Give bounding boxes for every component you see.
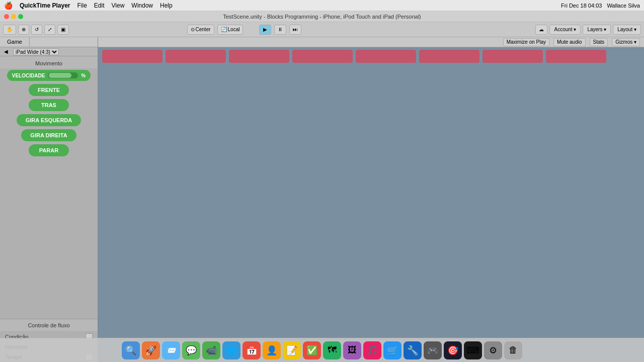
dock-icon-mail[interactable]: 📨 [162,341,180,359]
dock-icon-notes[interactable]: 📝 [283,341,301,359]
dock-icon-xcode[interactable]: 🔧 [404,341,422,359]
rect-tool[interactable]: ▣ [57,25,69,35]
tras-row: TRAS [0,98,98,113]
dock-icon-finder[interactable]: 🔍 [122,341,140,359]
gira-direita-block[interactable]: GIRA DIREITA [21,129,76,141]
dock-icon-steam[interactable]: 🎯 [444,341,462,359]
dock-icon-appstore[interactable]: 🛒 [383,341,401,359]
dock-icon-unity[interactable]: 🎮 [424,341,442,359]
play-button[interactable]: ▶ [259,25,271,35]
dock-icon-maps[interactable]: 🗺 [323,341,341,359]
game-tab-bar: Game [0,37,98,47]
frente-row: FRENTE [0,82,98,98]
display-selector[interactable]: iPad Wide (4:3) [13,48,59,55]
gira-esquerda-row: GIRA ESQUERDA [0,113,98,128]
close-button[interactable] [4,14,9,19]
rotate-tool[interactable]: ↺ [31,25,42,35]
frente-block[interactable]: FRENTE [29,84,69,96]
pink-btn-1[interactable] [102,50,163,63]
dock-icon-terminal[interactable]: ⌨ [464,341,482,359]
gira-esquerda-block[interactable]: GIRA ESQUERDA [17,114,82,126]
menu-edit[interactable]: Edit [94,2,105,9]
pink-btn-5[interactable] [356,50,416,63]
dock-icon-system-prefs[interactable]: ⚙ [484,341,502,359]
unity-toolbar: ✋ ⊕ ↺ ⤢ ▣ ⊙ Center 🔄 Local ▶ ⏸ ⏭ ☁ Accou… [0,22,644,37]
local-button[interactable]: 🔄 Local [217,25,244,35]
movement-section-label: Movimento [0,56,98,68]
viewport-tab-bar: Maximize on Play Mute audio Stats Gizmos… [98,37,644,47]
controle-label: Controle de fluxo [0,319,98,331]
menubar: 🍎 QuickTime Player File Edit View Window… [0,0,644,11]
scale-tool[interactable]: ⤢ [44,25,55,35]
move-tool[interactable]: ⊕ [18,25,29,35]
step-button[interactable]: ⏭ [289,25,301,35]
menubar-datetime: Fri Dec 18 04:03 [561,3,602,9]
apple-menu[interactable]: 🍎 [4,2,13,10]
main-viewport: Maximize on Play Mute audio Stats Gizmos… [98,37,644,362]
velocity-percent: % [81,73,86,78]
dock-icon-messages[interactable]: 💬 [182,341,200,359]
dock: 🔍 🚀 📨 💬 📹 🌐 📅 👤 📝 ✅ 🗺 🖼 🎵 🛒 🔧 🎮 🎯 ⌨ ⚙ 🗑 [0,338,644,362]
minimize-button[interactable] [11,14,16,19]
velocidade-label: VELOCIDADE [12,73,45,78]
tras-block[interactable]: TRAS [29,99,69,111]
app-name[interactable]: QuickTime Player [20,2,70,9]
gira-direita-row: GIRA DIREITA [0,128,98,143]
velocidade-row: VELOCIDADE % [0,68,98,82]
pink-btn-2[interactable] [166,50,226,63]
toolbar-right: ☁ Account ▾ Layers ▾ Layout ▾ [535,25,641,35]
menu-view[interactable]: View [112,2,125,9]
velocity-slider[interactable] [48,72,78,78]
menubar-right: Fri Dec 18 04:03 Wallace Silva [561,3,640,9]
pink-btn-7[interactable] [482,50,543,63]
gizmos-btn[interactable]: Gizmos ▾ [612,38,640,46]
velocity-slider-fill [49,73,71,78]
parar-block[interactable]: PARAR [29,144,69,156]
unity-window-title: TestScene.unity - Blocks Programming - i… [0,11,644,22]
mute-audio-btn[interactable]: Mute audio [553,38,585,46]
stats-btn[interactable]: Stats [590,38,608,46]
dock-icon-facetime[interactable]: 📹 [202,341,220,359]
dock-icon-itunes[interactable]: 🎵 [363,341,381,359]
menu-help[interactable]: Help [160,2,173,9]
dock-icon-trash[interactable]: 🗑 [504,341,522,359]
spacer [0,158,98,319]
pause-button[interactable]: ⏸ [274,25,286,35]
dock-icon-photos[interactable]: 🖼 [343,341,361,359]
scene-info-bar: ◀ iPad Wide (4:3) [0,47,98,56]
velocidade-block[interactable]: VELOCIDADE % [7,70,91,81]
menubar-user: Wallace Silva [607,3,640,9]
center-icon: ⊙ [191,27,195,32]
cloud-button[interactable]: ☁ [535,25,547,35]
pink-btn-6[interactable] [419,50,479,63]
layout-dropdown[interactable]: Layout ▾ [613,25,641,35]
dock-icon-launchpad[interactable]: 🚀 [142,341,160,359]
blocks-palette: Game ◀ iPad Wide (4:3) Movimento VELOCID… [0,37,98,362]
maximize-on-play-btn[interactable]: Maximize on Play [503,38,549,46]
dock-icon-calendar[interactable]: 📅 [243,341,261,359]
dock-icon-contacts[interactable]: 👤 [263,341,281,359]
menu-file[interactable]: File [77,2,87,9]
menu-window[interactable]: Window [131,2,153,9]
maximize-button[interactable] [18,14,23,19]
toolbar-center: ⊙ Center 🔄 Local ▶ ⏸ ⏭ [187,25,302,35]
pink-btn-3[interactable] [229,50,289,63]
window-title-text: TestScene.unity - Blocks Programming - i… [223,14,421,20]
parar-row: PARAR [0,143,98,158]
pink-btn-4[interactable] [292,50,353,63]
pink-buttons-row [98,47,644,65]
layers-dropdown[interactable]: Layers ▾ [583,25,611,35]
dock-icon-reminders[interactable]: ✅ [303,341,321,359]
game-canvas [98,65,644,362]
local-icon: 🔄 [221,27,227,32]
window-controls [4,14,23,19]
game-tab[interactable]: Game [0,37,30,47]
dock-icon-safari[interactable]: 🌐 [222,341,240,359]
account-dropdown[interactable]: Account ▾ [549,25,581,35]
back-arrow-icon: ◀ [4,49,8,54]
content-area: Game ◀ iPad Wide (4:3) Movimento VELOCID… [0,37,644,362]
hand-tool[interactable]: ✋ [3,25,16,35]
pink-btn-8[interactable] [546,50,606,63]
center-button[interactable]: ⊙ Center [187,25,214,35]
